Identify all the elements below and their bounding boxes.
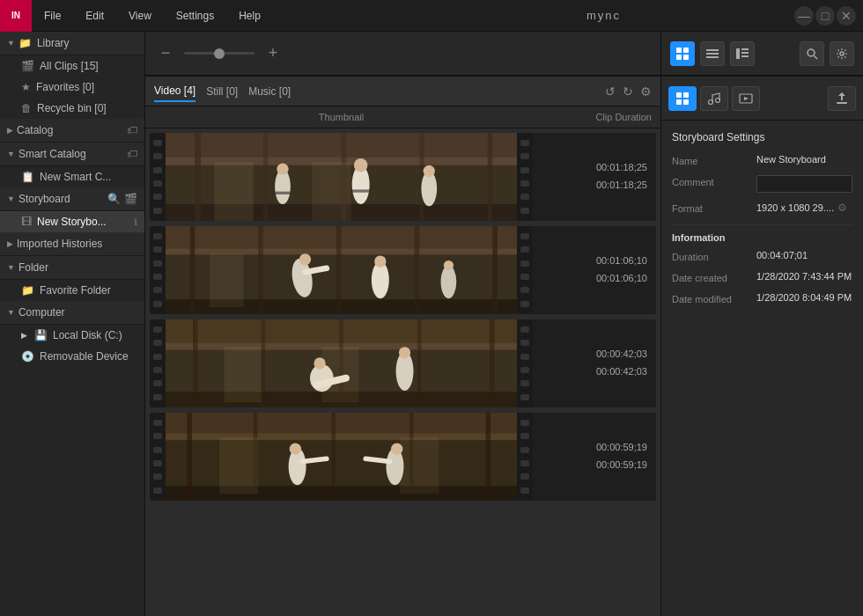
table-row[interactable]: 00:00:59;19 00:00:59;19 (150, 413, 656, 501)
menu-edit[interactable]: Edit (73, 0, 116, 31)
storyboard-info-icon[interactable]: ℹ (134, 216, 137, 228)
svg-rect-29 (275, 192, 291, 194)
svg-rect-32 (312, 162, 350, 221)
svg-point-11 (808, 49, 815, 56)
panel-tab-clips[interactable] (668, 86, 697, 111)
svg-rect-7 (736, 48, 740, 59)
clip-duration: 00:00:42;03 00:00:42;03 (533, 346, 656, 381)
comment-input[interactable] (756, 175, 852, 193)
menu-file[interactable]: File (32, 0, 73, 31)
clip-duration-2: 00:00:59;19 (542, 457, 647, 474)
size-slider[interactable] (184, 52, 254, 55)
storyboard-search-icon[interactable]: 🔍 (107, 193, 121, 205)
smart-catalog-tag-icon[interactable]: 🏷 (127, 148, 137, 160)
tab-still[interactable]: Still [0] (206, 82, 238, 101)
sidebar-section-storyboard[interactable]: ▼ Storyboard 🔍 🎬 (0, 187, 144, 211)
list-icon (705, 47, 719, 61)
settings-date-modified-value: 1/28/2020 8:04:49 PM (756, 292, 852, 303)
view-list-button[interactable] (700, 41, 725, 66)
svg-rect-91 (837, 102, 847, 104)
sidebar-item-new-storyboard[interactable]: 🎞 New Storybo... ℹ (0, 211, 144, 232)
clip-duration-2: 00:01:18;25 (542, 177, 647, 194)
sidebar-section-folder[interactable]: ▼ Folder (0, 256, 144, 280)
svg-rect-31 (214, 162, 253, 221)
sidebar-item-local-disk[interactable]: ▶ 💾 Local Disk (C:) (0, 325, 144, 346)
catalog-tag-icon[interactable]: 🏷 (127, 124, 137, 136)
film-holes-left (150, 413, 166, 501)
view-clips-button[interactable] (670, 41, 695, 66)
table-row[interactable]: 00:01:18;25 00:01:18;25 (150, 133, 656, 221)
sidebar-item-recycle-bin[interactable]: 🗑 Recycle bin [0] (0, 98, 144, 119)
favorite-folder-label: Favorite Folder (40, 284, 111, 297)
menu-help[interactable]: Help (226, 0, 273, 31)
app-logo: IN (0, 0, 32, 32)
sidebar-item-favorites[interactable]: ★ Favorites [0] (0, 77, 144, 98)
format-settings-icon[interactable]: ⚙ (837, 202, 847, 214)
settings-duration-value: 00:04:07;01 (756, 250, 852, 260)
storyboard-add-icon[interactable]: 🎬 (124, 193, 137, 205)
view-detail-button[interactable] (730, 41, 755, 66)
settings-icon (836, 48, 848, 60)
settings-row-format: Format 1920 x 1080 29.... ⚙ (672, 202, 852, 214)
menu-settings[interactable]: Settings (164, 0, 226, 31)
sidebar-item-favorite-folder[interactable]: 📁 Favorite Folder (0, 280, 144, 301)
clip-settings-icon[interactable]: ⚙ (640, 84, 652, 99)
sidebar-item-all-clips[interactable]: 🎬 All Clips [15] (0, 55, 144, 77)
svg-rect-2 (676, 55, 682, 60)
svg-rect-64 (225, 347, 262, 402)
scene-svg (166, 133, 517, 221)
svg-marker-90 (744, 97, 749, 100)
panel-tab-scenes[interactable] (732, 86, 760, 111)
svg-rect-5 (706, 53, 719, 55)
table-row[interactable]: 00:00:42;03 00:00:42;03 (150, 319, 656, 407)
tab-music[interactable]: Music [0] (248, 82, 291, 101)
minimize-button[interactable]: — (794, 6, 814, 26)
increase-size-button[interactable]: + (262, 42, 284, 65)
removable-device-icon: 💿 (21, 350, 34, 363)
content-toolbar: − + (145, 32, 660, 76)
svg-rect-49 (210, 253, 244, 307)
film-holes-right (517, 226, 533, 314)
sidebar-section-library[interactable]: ▼ 📁 Library (0, 32, 144, 55)
panel-music-icon (707, 92, 721, 106)
sidebar-section-computer[interactable]: ▼ Computer (0, 301, 144, 325)
sidebar-section-smart-catalog[interactable]: ▼ Smart Catalog 🏷 (0, 143, 144, 166)
library-icon: 📁 (18, 37, 32, 49)
menu-view[interactable]: View (116, 0, 164, 31)
clip-duration: 00:00:59;19 00:00:59;19 (533, 439, 656, 474)
sidebar-item-removable-device[interactable]: 💿 Removable Device (0, 346, 144, 367)
close-button[interactable]: ✕ (837, 6, 856, 26)
svg-rect-85 (676, 99, 682, 105)
sidebar-item-new-smart-catalog[interactable]: 📋 New Smart C... (0, 166, 144, 187)
settings-format-row: 1920 x 1080 29.... ⚙ (756, 202, 852, 214)
svg-line-12 (815, 55, 818, 59)
decrease-size-button[interactable]: − (154, 42, 177, 65)
settings-comment-label: Comment (672, 175, 751, 187)
sidebar-section-imported-histories[interactable]: ▶ Imported Histories (0, 232, 144, 256)
svg-rect-8 (741, 48, 749, 50)
film-holes-left (150, 133, 166, 221)
svg-rect-74 (486, 413, 491, 501)
film-strip (150, 133, 533, 221)
settings-button[interactable] (830, 41, 854, 66)
right-panel-toolbar (660, 32, 863, 76)
table-row[interactable]: 00:01:06;10 00:01:06;10 (150, 226, 656, 314)
clip-duration-2: 00:01:06;10 (542, 270, 647, 288)
search-button[interactable] (800, 41, 824, 66)
clip-duration: 00:01:18;25 00:01:18;25 (533, 159, 656, 194)
sidebar-section-catalog[interactable]: ▶ Catalog 🏷 (0, 119, 144, 143)
menu-bar: File Edit View Settings Help (32, 0, 413, 31)
app-title: mync (413, 9, 794, 22)
film-holes-right (517, 413, 533, 501)
tab-video[interactable]: Video [4] (154, 81, 195, 102)
undo-icon[interactable]: ↺ (605, 84, 616, 99)
panel-tab-music[interactable] (700, 86, 728, 111)
redo-icon[interactable]: ↻ (623, 84, 633, 99)
svg-rect-18 (195, 133, 201, 221)
clip-thumbnail (150, 226, 533, 314)
svg-rect-6 (706, 56, 719, 58)
panel-tab-export[interactable] (828, 86, 856, 111)
maximize-button[interactable]: □ (815, 6, 835, 26)
recycle-bin-label: Recycle bin [0] (37, 102, 107, 114)
clip-list: 00:01:18;25 00:01:18;25 (145, 128, 660, 616)
